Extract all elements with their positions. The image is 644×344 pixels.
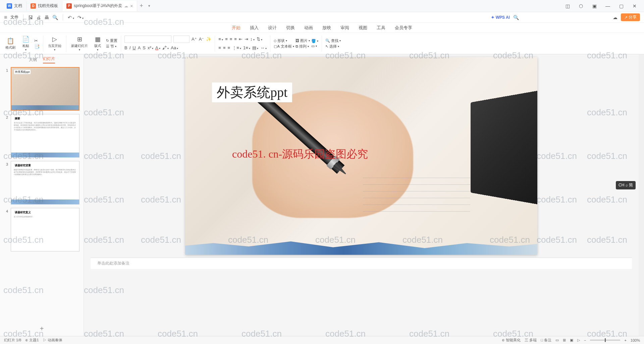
- thumbnail-3[interactable]: 课题研究背景随着互联网技术高速发展，网络深入改变社会各个领域，电子商务和生活各处…: [11, 161, 79, 205]
- menu-start[interactable]: 开始: [232, 25, 240, 31]
- window-sidebar-icon[interactable]: ◫: [561, 3, 574, 9]
- shadow-icon[interactable]: A: [138, 45, 141, 50]
- columns-icon[interactable]: ▤: [252, 45, 258, 50]
- increase-font-icon[interactable]: A⁺: [192, 37, 197, 42]
- undo-button[interactable]: ↶: [68, 15, 74, 20]
- thumbnail-1[interactable]: 外卖系统ppt: [11, 67, 79, 111]
- layout-button[interactable]: ▦版式: [91, 35, 105, 52]
- font-size-select[interactable]: [173, 36, 190, 43]
- tab-menu-icon[interactable]: ▾: [145, 4, 153, 8]
- thumbnail-4[interactable]: 课题研究意义进入21世纪以来我国经济...: [11, 208, 79, 251]
- indent-increase-icon[interactable]: ⇥: [245, 37, 248, 42]
- slides-tab[interactable]: 幻灯片: [43, 56, 55, 63]
- status-notes[interactable]: □ 备注: [541, 338, 551, 343]
- doc-tab-0[interactable]: W文档: [3, 1, 26, 11]
- shape-button[interactable]: ◇ 形状: [274, 38, 294, 43]
- export-icon[interactable]: 🖨: [36, 15, 41, 20]
- close-icon[interactable]: ×: [130, 3, 133, 9]
- status-services[interactable]: 三 多端: [525, 338, 537, 343]
- textbox-button[interactable]: ▢A 文本框: [274, 44, 294, 49]
- add-tab-button[interactable]: +: [137, 2, 145, 9]
- ime-indicator[interactable]: CH ⌕ 简: [616, 181, 636, 189]
- menu-animation[interactable]: 动画: [304, 25, 313, 31]
- text-direction-icon[interactable]: ⇅: [257, 37, 262, 42]
- font-family-select[interactable]: [124, 36, 171, 43]
- menu-view[interactable]: 视图: [359, 25, 367, 31]
- minimize-button[interactable]: —: [601, 3, 614, 9]
- file-menu[interactable]: 文件: [10, 14, 18, 20]
- cloud-sync-icon[interactable]: ☁: [613, 15, 618, 20]
- indent-decrease-icon[interactable]: ⇤: [239, 37, 243, 42]
- align-bottom-icon[interactable]: ≡: [228, 45, 230, 50]
- vertical-scrollbar[interactable]: [639, 54, 644, 336]
- copy-icon[interactable]: 📑: [34, 44, 40, 49]
- align-top-icon[interactable]: ≡: [218, 45, 221, 50]
- status-smart[interactable]: ⊕ 智能美化: [502, 338, 521, 343]
- preview-icon[interactable]: 🔍: [52, 15, 58, 20]
- maximize-button[interactable]: ▢: [614, 3, 628, 9]
- menu-tools[interactable]: 工具: [377, 25, 385, 31]
- cut-icon[interactable]: ✂: [34, 38, 40, 43]
- clear-format-icon[interactable]: ✨: [206, 37, 211, 42]
- outline-tab[interactable]: 大纲: [29, 57, 37, 63]
- underline-icon[interactable]: U: [132, 45, 136, 50]
- search-icon[interactable]: 🔍: [513, 15, 519, 20]
- thumbnails-list[interactable]: 1 外卖系统ppt 2 摘要当今社会进入了科技迅速、经济全球联通称新新时代。国际…: [0, 65, 84, 322]
- decrease-font-icon[interactable]: A⁻: [199, 37, 204, 42]
- highlight-icon[interactable]: 🖍: [162, 45, 169, 50]
- align-justify-icon[interactable]: ≡: [234, 37, 237, 42]
- slide-canvas[interactable]: 外卖系统ppt code51. cn-源码乐园盗图必究 单击此处添加备注: [84, 54, 639, 336]
- number-list-icon[interactable]: 1≡: [243, 45, 250, 50]
- bullet-list-icon[interactable]: ⋮≡: [232, 45, 241, 50]
- reset-button[interactable]: ↻ 重置: [106, 38, 117, 43]
- strikethrough-icon[interactable]: S: [143, 45, 146, 50]
- view-slideshow-icon[interactable]: ▷: [577, 338, 580, 342]
- format-painter-button[interactable]: 📋格式刷: [3, 35, 17, 52]
- thumbnail-2[interactable]: 摘要当今社会进入了科技迅速、经济全球联通称新新时代。国际应用数字学术方式改造升级…: [11, 114, 79, 158]
- zoom-out-button[interactable]: −: [584, 338, 586, 342]
- menu-member[interactable]: 会员专享: [395, 25, 412, 31]
- align-left-icon[interactable]: ≡: [218, 37, 223, 42]
- status-anim[interactable]: ▷ 动画奏体: [43, 338, 62, 343]
- start-slideshow-button[interactable]: ▷当页开始: [47, 35, 63, 52]
- change-case-icon[interactable]: Aa: [171, 45, 178, 50]
- view-reading-icon[interactable]: ▣: [570, 338, 573, 342]
- paste-button[interactable]: 📄粘贴: [19, 35, 33, 52]
- fill-icon[interactable]: 🪣: [311, 39, 318, 43]
- distribute-icon[interactable]: ↔: [260, 45, 267, 50]
- share-button[interactable]: ↗ 分享: [621, 13, 640, 21]
- view-normal-icon[interactable]: ▭: [555, 338, 559, 342]
- section-button[interactable]: ☰ 节: [106, 44, 117, 49]
- align-middle-icon[interactable]: ≡: [223, 45, 226, 50]
- align-right-icon[interactable]: ≡: [230, 37, 232, 42]
- slide-title[interactable]: 外卖系统ppt: [212, 82, 292, 102]
- outline-icon[interactable]: ▭: [311, 44, 318, 48]
- redo-button[interactable]: ↷: [77, 15, 84, 20]
- menu-transition[interactable]: 切换: [286, 25, 295, 31]
- font-color-icon[interactable]: A: [155, 45, 160, 50]
- line-spacing-icon[interactable]: ↕: [250, 37, 255, 42]
- italic-icon[interactable]: I: [129, 45, 131, 50]
- status-theme[interactable]: ⊕ 主题1: [25, 338, 39, 343]
- add-slide-button[interactable]: +: [0, 322, 84, 336]
- window-avatar-icon[interactable]: ▣: [588, 3, 601, 9]
- zoom-slider[interactable]: [590, 340, 620, 341]
- superscript-icon[interactable]: x²: [148, 45, 153, 50]
- wps-ai-button[interactable]: ✦ WPS AI: [491, 15, 510, 20]
- menu-insert[interactable]: 插入: [250, 25, 259, 31]
- current-slide[interactable]: 外卖系统ppt code51. cn-源码乐园盗图必究: [185, 57, 537, 255]
- menu-design[interactable]: 设计: [268, 25, 277, 31]
- menu-slideshow[interactable]: 放映: [322, 25, 331, 31]
- align-center-icon[interactable]: ≡: [225, 37, 228, 42]
- zoom-level[interactable]: 100%: [631, 338, 640, 342]
- zoom-in-button[interactable]: +: [624, 338, 626, 342]
- notes-area[interactable]: 单击此处添加备注: [91, 257, 632, 269]
- new-slide-button[interactable]: ⊞新建幻灯片: [70, 35, 89, 52]
- doc-tab-2[interactable]: Pspringboot基于JAVA的外卖☁×: [62, 1, 137, 11]
- doc-tab-1[interactable]: D找稻壳模板: [26, 1, 62, 11]
- window-cube-icon[interactable]: ⬡: [574, 3, 588, 9]
- select-button[interactable]: ↖ 选择: [325, 44, 341, 49]
- view-sorter-icon[interactable]: ⊞: [563, 338, 566, 342]
- menu-icon[interactable]: ≡: [4, 14, 7, 20]
- save-icon[interactable]: 🖫: [28, 15, 33, 20]
